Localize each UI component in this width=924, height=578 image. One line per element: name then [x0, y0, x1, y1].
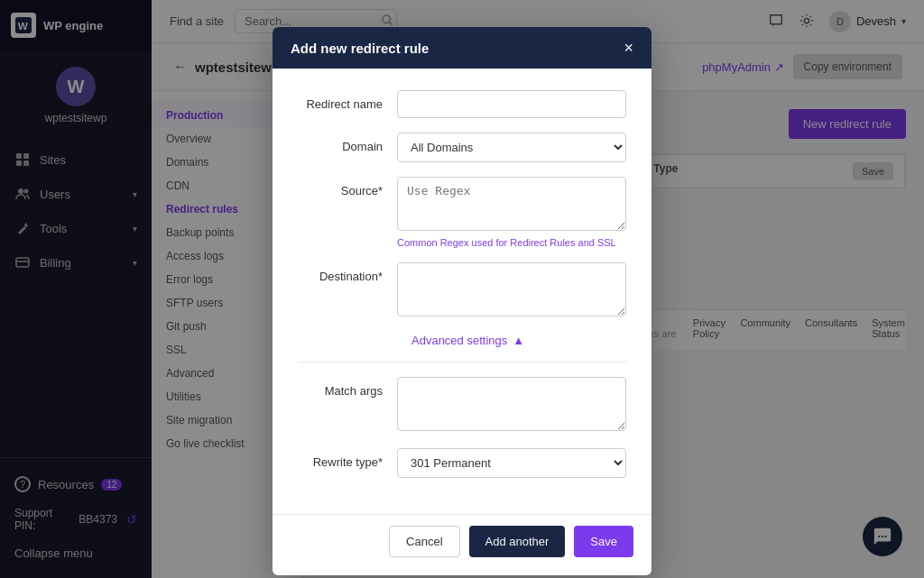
- add-redirect-modal: Add new redirect rule × Redirect name Do…: [273, 27, 651, 575]
- source-control: Common Regex used for Redirect Rules and…: [397, 177, 626, 248]
- main-area: Find a site D Devesh ▾: [152, 0, 924, 578]
- domain-select[interactable]: All Domains wptestsitewp.wpengine.com: [397, 133, 626, 162]
- advanced-settings-row: Advanced settings ▲: [298, 334, 626, 347]
- domain-control: All Domains wptestsitewp.wpengine.com: [397, 133, 626, 162]
- modal-body: Redirect name Domain All Domains wptests…: [273, 69, 651, 514]
- modal-title: Add new redirect rule: [291, 41, 429, 56]
- redirect-name-row: Redirect name: [298, 90, 626, 118]
- chevron-up-icon: ▲: [513, 334, 524, 347]
- source-input[interactable]: [397, 177, 626, 231]
- modal-overlay: Add new redirect rule × Redirect name Do…: [152, 0, 924, 578]
- match-args-control: [397, 377, 626, 434]
- form-divider: [298, 362, 626, 362]
- destination-label: Destination*: [298, 262, 397, 283]
- match-args-input[interactable]: [397, 377, 626, 431]
- advanced-settings-toggle[interactable]: Advanced settings ▲: [298, 334, 626, 347]
- match-args-row: Match args: [298, 377, 626, 434]
- domain-row: Domain All Domains wptestsitewp.wpengine…: [298, 133, 626, 162]
- destination-row: Destination*: [298, 262, 626, 319]
- rewrite-type-label: Rewrite type*: [298, 448, 397, 469]
- source-hint: Common Regex used for Redirect Rules and…: [397, 237, 626, 248]
- advanced-settings-label: Advanced settings: [411, 334, 507, 347]
- modal-header: Add new redirect rule ×: [273, 27, 651, 69]
- source-row: Source* Common Regex used for Redirect R…: [298, 177, 626, 248]
- redirect-name-control: [397, 90, 626, 118]
- rewrite-type-select[interactable]: 301 Permanent 302 Temporary 307 Temporar…: [397, 448, 626, 478]
- add-another-button[interactable]: Add another: [469, 526, 566, 557]
- domain-label: Domain: [298, 133, 397, 153]
- redirect-name-input[interactable]: [397, 90, 626, 118]
- modal-close-button[interactable]: ×: [624, 40, 633, 56]
- modal-footer: Cancel Add another Save: [273, 515, 651, 575]
- rewrite-type-control: 301 Permanent 302 Temporary 307 Temporar…: [397, 448, 626, 478]
- destination-input[interactable]: [397, 262, 626, 317]
- redirect-name-label: Redirect name: [298, 90, 397, 111]
- cancel-button[interactable]: Cancel: [389, 526, 459, 557]
- destination-control: [397, 262, 626, 319]
- save-button-modal[interactable]: Save: [574, 526, 633, 557]
- match-args-label: Match args: [298, 377, 397, 398]
- source-label: Source*: [298, 177, 397, 197]
- rewrite-type-row: Rewrite type* 301 Permanent 302 Temporar…: [298, 448, 626, 478]
